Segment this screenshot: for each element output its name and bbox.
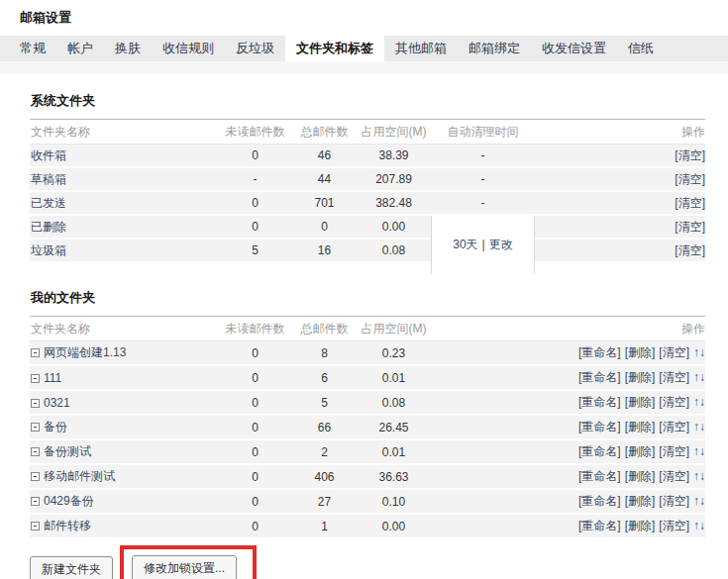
my-folders-header-row: 文件夹名称 未读邮件数 总邮件数 占用空间(M) 操作	[30, 317, 705, 341]
empty-folder-link[interactable]: [清空]	[675, 172, 705, 186]
settings-tab[interactable]: 文件夹和标签	[285, 36, 384, 61]
table-row: 垃圾箱 5 16 0.08 [清空]	[30, 240, 705, 263]
empty-folder-link[interactable]: [清空]	[659, 444, 689, 458]
space-used: 36.63	[357, 465, 431, 490]
unread-count: 0	[218, 490, 292, 515]
col-folder-name: 文件夹名称	[30, 317, 218, 341]
unread-count: 0	[218, 465, 292, 490]
space-used: 26.45	[357, 416, 431, 440]
space-used: 0.00	[357, 515, 431, 539]
table-row: 0429备份 0 27 0.10 [重命名][删除][清空]↑↓	[30, 490, 705, 515]
empty-folder-link[interactable]: [清空]	[659, 345, 689, 359]
space-used: 0.00	[357, 216, 431, 240]
folder-name: 111	[44, 371, 61, 385]
rename-folder-link[interactable]: [重命名]	[578, 469, 621, 483]
space-used: 382.48	[357, 192, 431, 216]
move-down-icon[interactable]: ↓	[699, 370, 705, 384]
settings-tab[interactable]: 邮箱绑定	[458, 36, 531, 61]
modify-lock-settings-button[interactable]: 修改加锁设置...	[132, 555, 237, 579]
move-down-icon[interactable]: ↓	[699, 494, 705, 508]
rename-folder-link[interactable]: [重命名]	[578, 370, 621, 384]
col-total-count: 总邮件数	[292, 120, 357, 145]
delete-folder-link[interactable]: [删除]	[625, 519, 656, 532]
move-down-icon[interactable]: ↓	[699, 519, 705, 532]
empty-folder-link[interactable]: [清空]	[659, 395, 689, 409]
table-row: 草稿箱 - 44 207.89 - [清空]	[30, 168, 705, 192]
empty-folder-link[interactable]: [清空]	[659, 370, 689, 384]
table-row: 网页端创建1.13 0 8 0.23 [重命名][删除][清空]↑↓	[30, 341, 705, 366]
settings-tab[interactable]: 收信规则	[152, 36, 225, 61]
empty-folder-link[interactable]: [清空]	[675, 196, 705, 210]
rename-folder-link[interactable]: [重命名]	[578, 519, 621, 532]
rename-folder-link[interactable]: [重命名]	[578, 345, 621, 359]
autoclean-setting: 30天|更改	[453, 238, 512, 251]
collapse-icon[interactable]	[31, 522, 40, 531]
autoclean-value: -	[431, 145, 535, 168]
new-folder-button[interactable]: 新建文件夹	[30, 556, 113, 579]
delete-folder-link[interactable]: [删除]	[625, 370, 656, 384]
total-count: 66	[292, 416, 357, 440]
my-folders-table: 文件夹名称 未读邮件数 总邮件数 占用空间(M) 操作 网页端创建1.13 0 …	[30, 317, 705, 539]
space-used: 0.23	[357, 341, 431, 366]
footer-buttons: 新建文件夹 修改加锁设置...	[30, 545, 705, 579]
collapse-icon[interactable]	[31, 374, 40, 383]
empty-folder-link[interactable]: [清空]	[675, 220, 705, 234]
settings-tab[interactable]: 收发信设置	[531, 36, 617, 61]
unread-count: 0	[218, 192, 292, 216]
settings-tab[interactable]: 帐户	[56, 36, 104, 61]
delete-folder-link[interactable]: [删除]	[625, 494, 656, 508]
settings-tabbar: 常规 帐户 换肤 收信规则 反垃圾 文件夹和标签 其他邮箱 邮箱绑定 收发信设置…	[0, 36, 728, 61]
move-down-icon[interactable]: ↓	[699, 444, 705, 458]
folder-name: 网页端创建1.13	[44, 345, 126, 359]
empty-folder-link[interactable]: [清空]	[659, 420, 689, 434]
move-down-icon[interactable]: ↓	[699, 345, 705, 359]
rename-folder-link[interactable]: [重命名]	[578, 444, 621, 458]
collapse-icon[interactable]	[31, 497, 40, 506]
space-used: 38.39	[357, 145, 431, 168]
collapse-icon[interactable]	[31, 472, 40, 481]
delete-folder-link[interactable]: [删除]	[625, 420, 656, 434]
settings-tab[interactable]: 常规	[9, 36, 56, 61]
change-autoclean-link[interactable]: 更改	[489, 238, 513, 251]
total-count: 1	[292, 515, 357, 539]
empty-folder-link[interactable]: [清空]	[675, 148, 705, 162]
table-row: 111 0 6 0.01 [重命名][删除][清空]↑↓	[30, 366, 705, 391]
space-used: 207.89	[357, 168, 431, 192]
empty-folder-link[interactable]: [清空]	[659, 494, 689, 508]
col-autoclean-time: 自动清理时间	[431, 120, 535, 145]
rename-folder-link[interactable]: [重命名]	[578, 494, 621, 508]
rename-folder-link[interactable]: [重命名]	[578, 395, 621, 409]
settings-tab[interactable]: 信纸	[617, 36, 665, 61]
col-space-used: 占用空间(M)	[357, 120, 431, 145]
delete-folder-link[interactable]: [删除]	[625, 469, 656, 483]
col-operations: 操作	[431, 317, 705, 341]
collapse-icon[interactable]	[31, 447, 40, 456]
collapse-icon[interactable]	[31, 399, 40, 408]
settings-tab[interactable]: 反垃圾	[225, 36, 285, 61]
col-total-count: 总邮件数	[292, 317, 357, 341]
folder-name: 收件箱	[30, 145, 218, 168]
settings-tab[interactable]: 其他邮箱	[384, 36, 458, 61]
move-down-icon[interactable]: ↓	[699, 395, 705, 409]
empty-folder-link[interactable]: [清空]	[659, 469, 689, 483]
settings-tab[interactable]: 换肤	[104, 36, 152, 61]
table-row: 0321 0 5 0.08 [重命名][删除][清空]↑↓	[30, 391, 705, 416]
move-down-icon[interactable]: ↓	[699, 420, 705, 434]
rename-folder-link[interactable]: [重命名]	[578, 420, 621, 434]
collapse-icon[interactable]	[31, 423, 40, 432]
folder-name: 0429备份	[44, 494, 94, 508]
delete-folder-link[interactable]: [删除]	[625, 395, 656, 409]
space-used: 0.08	[357, 240, 431, 263]
collapse-icon[interactable]	[31, 348, 40, 357]
delete-folder-link[interactable]: [删除]	[625, 444, 656, 458]
empty-folder-link[interactable]: [清空]	[659, 519, 689, 532]
col-unread-count: 未读邮件数	[218, 317, 292, 341]
annotation-highlight-box: 修改加锁设置...	[120, 545, 257, 579]
unread-count: -	[218, 168, 292, 192]
empty-folder-link[interactable]: [清空]	[675, 243, 705, 257]
total-count: 6	[292, 366, 357, 391]
settings-content: 系统文件夹 文件夹名称 未读邮件数 总邮件数 占用空间(M) 自动清理时间 操作…	[0, 74, 728, 579]
move-down-icon[interactable]: ↓	[699, 469, 705, 483]
delete-folder-link[interactable]: [删除]	[625, 345, 656, 359]
autoclean-days: 30天	[453, 238, 477, 251]
